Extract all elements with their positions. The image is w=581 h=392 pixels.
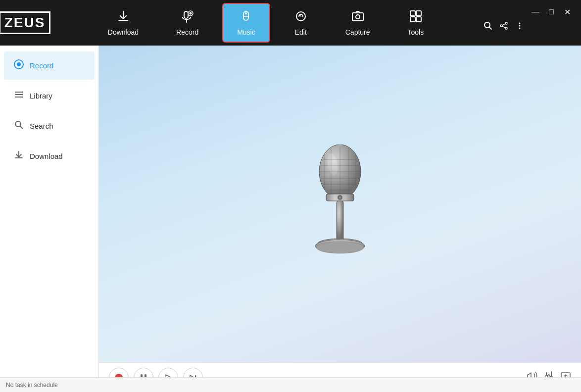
- record-icon: [181, 9, 194, 25]
- music-tab-label: Music: [237, 28, 255, 36]
- nav-tabs: Download Record: [49, 0, 482, 46]
- capture-tab-label: Capture: [345, 28, 370, 36]
- svg-point-16: [519, 25, 521, 27]
- status-bar: No task in schedule: [0, 377, 581, 392]
- svg-rect-10: [416, 17, 421, 22]
- sidebar-record-label: Record: [30, 61, 53, 70]
- sidebar-item-record[interactable]: Record: [4, 51, 95, 80]
- tools-tab-label: Tools: [408, 28, 424, 36]
- svg-point-38: [339, 196, 341, 199]
- svg-rect-7: [410, 11, 415, 16]
- nav-tab-tools[interactable]: Tools: [394, 3, 438, 43]
- nav-tab-download[interactable]: Download: [94, 3, 152, 43]
- content-area: [99, 46, 581, 392]
- titlebar: ZEUS Download R: [0, 0, 581, 46]
- sidebar-item-library[interactable]: Library: [4, 82, 95, 110]
- sidebar-library-icon: [14, 90, 24, 102]
- svg-rect-39: [337, 201, 343, 241]
- svg-point-6: [356, 15, 360, 19]
- status-text: No task in schedule: [6, 382, 58, 389]
- music-icon: [239, 9, 253, 25]
- download-tab-label: Download: [108, 28, 139, 36]
- minimize-button[interactable]: —: [530, 6, 541, 18]
- sidebar-item-search[interactable]: Search: [4, 112, 95, 140]
- svg-rect-9: [410, 17, 415, 22]
- svg-point-15: [519, 23, 521, 24]
- svg-point-2: [189, 12, 192, 15]
- search-header-icon[interactable]: [482, 20, 494, 32]
- svg-rect-8: [416, 11, 421, 16]
- maximize-button[interactable]: □: [545, 6, 557, 18]
- sidebar-library-label: Library: [30, 92, 52, 100]
- nav-tab-record[interactable]: Record: [162, 3, 212, 43]
- svg-point-20: [22, 92, 23, 93]
- svg-point-4: [245, 12, 247, 14]
- sidebar-search-label: Search: [30, 122, 53, 130]
- svg-point-17: [519, 28, 521, 29]
- svg-point-22: [22, 97, 23, 98]
- sidebar-search-icon: [14, 120, 24, 132]
- sidebar-download-icon: [14, 150, 24, 162]
- svg-point-14: [505, 27, 507, 29]
- download-icon: [116, 9, 130, 25]
- main-layout: Record Library Search: [0, 46, 581, 392]
- capture-icon: [351, 9, 365, 25]
- svg-rect-0: [184, 11, 188, 18]
- more-header-icon[interactable]: [514, 20, 526, 32]
- svg-point-21: [22, 94, 23, 96]
- nav-tab-capture[interactable]: Capture: [332, 3, 384, 43]
- app-logo: ZEUS: [0, 0, 49, 46]
- mic-svg: [300, 145, 380, 273]
- svg-point-19: [17, 62, 21, 66]
- nav-tab-music[interactable]: Music: [222, 3, 270, 43]
- sidebar-download-label: Download: [30, 152, 63, 160]
- svg-rect-5: [352, 13, 363, 21]
- share-header-icon[interactable]: [498, 20, 510, 32]
- tools-icon: [409, 9, 423, 25]
- sidebar-item-download[interactable]: Download: [4, 142, 95, 170]
- svg-point-42: [316, 242, 364, 253]
- header-icons: [482, 14, 530, 32]
- microphone-illustration: [300, 145, 380, 273]
- edit-tab-label: Edit: [295, 28, 307, 36]
- edit-icon: [294, 9, 308, 25]
- close-button[interactable]: ✕: [561, 6, 573, 18]
- window-controls: — □ ✕: [530, 0, 581, 46]
- record-tab-label: Record: [176, 28, 198, 36]
- logo-text: ZEUS: [0, 11, 50, 34]
- svg-point-13: [500, 25, 502, 27]
- svg-point-12: [505, 22, 507, 24]
- sidebar: Record Library Search: [0, 46, 99, 392]
- nav-tab-edit[interactable]: Edit: [280, 3, 322, 43]
- sidebar-record-icon: [14, 59, 24, 72]
